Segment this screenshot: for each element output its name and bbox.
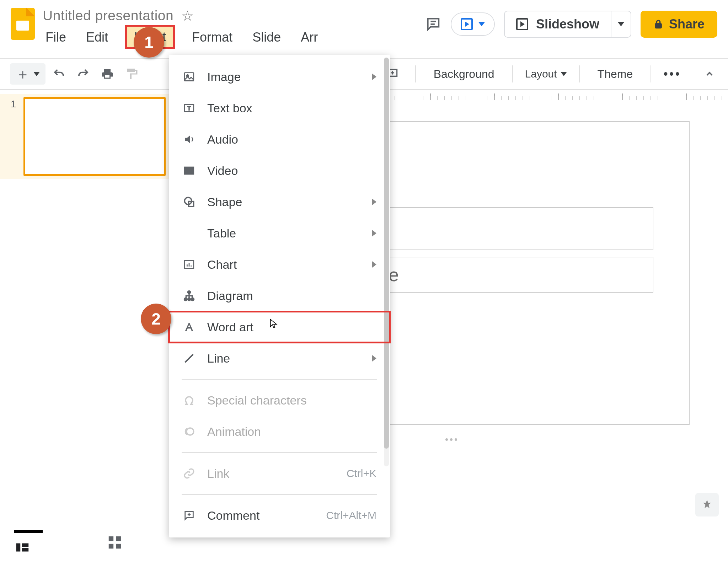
slideshow-label: Slideshow [536, 17, 599, 32]
svg-rect-7 [22, 548, 28, 552]
comment-icon [182, 509, 196, 522]
toolbar-divider [415, 65, 416, 82]
plus-icon: ＋ [16, 67, 30, 81]
menu-image[interactable]: Image [169, 61, 390, 92]
shape-icon [182, 195, 196, 209]
menu-format[interactable]: Format [189, 28, 235, 49]
svg-point-26 [191, 298, 194, 300]
menu-divider [182, 494, 377, 495]
audio-icon [182, 133, 196, 146]
filmstrip-view-button[interactable] [14, 529, 43, 556]
svg-line-27 [185, 354, 193, 363]
chevron-down-icon [561, 72, 567, 76]
callout-badge-1: 1 [134, 27, 164, 58]
theme-button[interactable]: Theme [592, 65, 639, 83]
submenu-arrow-icon [372, 261, 376, 268]
submenu-arrow-icon [372, 355, 376, 362]
explore-button[interactable] [695, 493, 719, 516]
svg-rect-12 [184, 73, 194, 81]
paint-format-button[interactable] [123, 65, 140, 82]
special-characters-icon [182, 394, 196, 407]
menu-bar: File Edit Insert Format Slide Arr [43, 28, 321, 49]
header: Untitled presentation ☆ File Edit Insert… [0, 0, 728, 59]
menu-animation: Animation [169, 416, 390, 447]
video-icon [182, 164, 196, 177]
svg-rect-11 [116, 544, 121, 548]
filmstrip-slide[interactable]: 1 [0, 94, 173, 179]
svg-rect-9 [116, 536, 121, 541]
comments-icon[interactable] [425, 16, 441, 32]
menu-diagram[interactable]: Diagram [169, 280, 390, 311]
link-shortcut: Ctrl+K [347, 467, 376, 480]
speaker-notes-handle[interactable] [440, 438, 462, 443]
svg-rect-5 [16, 544, 21, 552]
undo-button[interactable] [50, 65, 68, 82]
app-icon[interactable] [11, 8, 35, 40]
layout-label: Layout [525, 68, 557, 80]
slide-number: 1 [11, 97, 16, 176]
present-icon [461, 18, 473, 30]
submenu-arrow-icon [372, 74, 376, 80]
menu-special-characters: Special characters [169, 385, 390, 416]
toolbar-divider [651, 65, 651, 82]
toolbar-divider [512, 65, 513, 82]
svg-rect-6 [22, 544, 28, 547]
menu-text-box[interactable]: Text box [169, 92, 390, 124]
more-button[interactable]: ••• [663, 66, 681, 81]
svg-rect-10 [109, 544, 113, 548]
slide-thumbnail[interactable] [23, 97, 166, 176]
submenu-arrow-icon [372, 199, 376, 205]
diagram-icon [182, 289, 196, 303]
chevron-down-icon [478, 22, 485, 26]
present-dropdown[interactable] [451, 12, 495, 36]
submenu-arrow-icon [372, 230, 376, 236]
wordart-icon [182, 320, 196, 334]
insert-menu: Image Text box Audio Video Shape Table C… [169, 55, 390, 537]
cursor-icon [269, 319, 279, 328]
callout-badge-2: 2 [141, 304, 171, 334]
image-icon [182, 70, 196, 84]
slideshow-split-button: Slideshow [504, 11, 631, 38]
collapse-toolbar-button[interactable] [701, 65, 718, 82]
star-icon[interactable]: ☆ [181, 9, 194, 23]
menu-line[interactable]: Line [169, 343, 390, 374]
menu-link: Link Ctrl+K [169, 458, 390, 489]
menu-audio[interactable]: Audio [169, 124, 390, 155]
menu-word-art[interactable]: Word art [169, 311, 390, 343]
menu-video[interactable]: Video [169, 155, 390, 186]
svg-point-23 [188, 291, 190, 294]
print-button[interactable] [99, 65, 116, 82]
menu-comment[interactable]: Comment Ctrl+Alt+M [169, 500, 390, 531]
grid-view-button[interactable] [107, 534, 123, 551]
menu-chart[interactable]: Chart [169, 249, 390, 280]
background-button[interactable]: Background [428, 65, 500, 83]
chevron-down-icon [618, 22, 624, 26]
document-title[interactable]: Untitled presentation [43, 8, 173, 23]
svg-point-28 [187, 428, 194, 435]
textbox-icon [182, 101, 196, 115]
link-icon [182, 467, 196, 480]
menu-shape[interactable]: Shape [169, 186, 390, 218]
comment-shortcut: Ctrl+Alt+M [326, 509, 376, 521]
share-label: Share [669, 17, 705, 32]
menu-edit[interactable]: Edit [83, 28, 111, 49]
new-slide-button[interactable]: ＋ [10, 63, 46, 85]
menu-divider [182, 452, 377, 453]
menu-table[interactable]: Table [169, 218, 390, 249]
svg-rect-16 [184, 167, 194, 169]
svg-rect-2 [655, 24, 661, 28]
menu-file[interactable]: File [43, 28, 69, 49]
share-button[interactable]: Share [641, 11, 717, 38]
menu-slide[interactable]: Slide [250, 28, 284, 49]
redo-button[interactable] [75, 65, 92, 82]
svg-rect-8 [109, 536, 113, 541]
menu-divider [182, 379, 377, 380]
layout-dropdown[interactable]: Layout [525, 68, 567, 80]
animation-icon [182, 425, 196, 438]
menu-arrange[interactable]: Arr [298, 28, 321, 49]
header-right: Slideshow Share [425, 8, 717, 38]
slideshow-dropdown[interactable] [611, 11, 631, 37]
slideshow-button[interactable]: Slideshow [505, 17, 611, 32]
svg-point-24 [184, 298, 187, 300]
play-icon [516, 18, 528, 30]
